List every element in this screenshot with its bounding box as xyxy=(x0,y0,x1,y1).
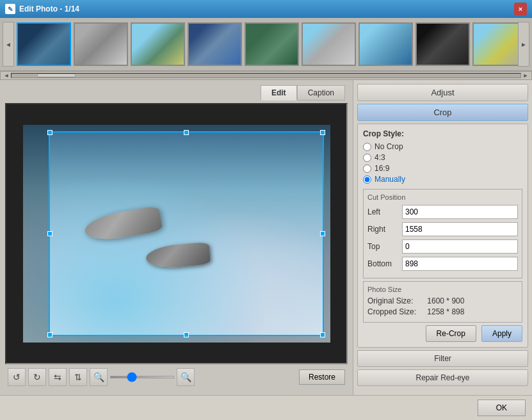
bottom-input[interactable] xyxy=(402,257,518,271)
filmstrip-thumb-4[interactable] xyxy=(188,22,242,66)
main-container: ◄ ► ◄ ► Edit Caption xyxy=(0,18,532,420)
crop-style-label: Crop Style: xyxy=(363,129,522,138)
cut-position-title: Cut Position xyxy=(367,193,518,201)
apply-button[interactable]: Apply xyxy=(481,325,522,342)
crop-handle-bm[interactable] xyxy=(184,332,189,337)
main-image xyxy=(23,125,330,343)
radio-manually[interactable]: Manually xyxy=(363,175,522,184)
bottom-field-row: Bottom xyxy=(367,257,518,271)
filmstrip-thumb-3[interactable] xyxy=(131,22,185,66)
crop-handle-ml[interactable] xyxy=(47,231,52,236)
original-size-value: 1600 * 900 xyxy=(427,296,464,305)
adjust-button[interactable]: Adjust xyxy=(357,84,528,101)
close-button[interactable]: × xyxy=(514,3,527,15)
left-field-row: Left xyxy=(367,205,518,219)
photo-size-title: Photo Size xyxy=(367,286,518,293)
zoom-out-button[interactable]: 🔍 xyxy=(90,368,108,386)
scrollbar-right-arrow[interactable]: ► xyxy=(521,72,530,79)
scrollbar-left-arrow[interactable]: ◄ xyxy=(2,72,11,79)
crop-handle-tm[interactable] xyxy=(184,130,189,135)
crop-style-group: No Crop 4:3 16:9 Manually xyxy=(363,142,522,184)
crop-section: Crop Style: No Crop 4:3 16:9 Manually xyxy=(357,124,528,348)
crop-handle-tr[interactable] xyxy=(320,130,325,135)
left-label: Left xyxy=(367,207,399,216)
scrollbar-track[interactable] xyxy=(11,73,521,78)
filmstrip-prev[interactable]: ◄ xyxy=(3,22,14,67)
flip-h-button[interactable]: ⇆ xyxy=(49,368,67,386)
tab-bar: Edit Caption xyxy=(5,85,348,101)
original-size-row: Original Size: 1600 * 900 xyxy=(367,296,518,305)
filmstrip-next[interactable]: ► xyxy=(518,22,529,67)
crop-button[interactable]: Crop xyxy=(357,104,528,121)
title-bar: ✎ Edit Photo - 1/14 × xyxy=(0,0,532,18)
cut-position-section: Cut Position Left Right Top Bottom xyxy=(363,189,522,279)
top-label: Top xyxy=(367,242,399,251)
filter-button[interactable]: Filter xyxy=(357,350,528,367)
zoom-slider[interactable] xyxy=(110,376,174,378)
crop-handle-mr[interactable] xyxy=(320,231,325,236)
crop-overlay xyxy=(49,131,324,336)
scrollbar-thumb[interactable] xyxy=(37,74,76,77)
rotate-left-button[interactable]: ↺ xyxy=(8,368,26,386)
filmstrip-thumb-2[interactable] xyxy=(74,22,128,66)
top-field-row: Top xyxy=(367,239,518,254)
tab-caption[interactable]: Caption xyxy=(297,85,345,101)
crop-handle-tl[interactable] xyxy=(47,130,52,135)
filmstrip-thumb-1[interactable] xyxy=(17,22,71,66)
cropped-size-value: 1258 * 898 xyxy=(427,307,464,316)
right-field-row: Right xyxy=(367,222,518,236)
content-area: Edit Caption xyxy=(0,80,532,395)
cropped-size-row: Cropped Size: 1258 * 898 xyxy=(367,307,518,316)
right-input[interactable] xyxy=(402,222,518,236)
top-input[interactable] xyxy=(402,239,518,254)
bottom-bar: OK xyxy=(0,395,532,420)
app-icon: ✎ xyxy=(5,4,15,14)
right-panel: Adjust Crop Crop Style: No Crop 4:3 16:9 xyxy=(353,80,532,395)
cropped-size-label: Cropped Size: xyxy=(367,307,425,316)
flip-v-button[interactable]: ⇅ xyxy=(69,368,87,386)
zoom-in-button[interactable]: 🔍 xyxy=(177,368,195,386)
crop-handle-br[interactable] xyxy=(320,332,325,337)
crop-handle-bl[interactable] xyxy=(47,332,52,337)
filmstrip-thumb-8[interactable] xyxy=(415,22,470,66)
filmstrip-thumb-9[interactable] xyxy=(472,22,518,66)
filmstrip-thumb-6[interactable] xyxy=(302,22,356,66)
radio-16-9[interactable]: 16:9 xyxy=(363,164,522,173)
left-input[interactable] xyxy=(402,205,518,219)
ok-button[interactable]: OK xyxy=(478,400,526,416)
repair-redeye-button[interactable]: Repair Red-eye xyxy=(357,369,528,386)
recrop-button[interactable]: Re-Crop xyxy=(426,325,476,342)
window-title: Edit Photo - 1/14 xyxy=(19,4,514,13)
original-size-label: Original Size: xyxy=(367,296,425,305)
bottom-label: Bottom xyxy=(367,259,399,268)
photo-size-section: Photo Size Original Size: 1600 * 900 Cro… xyxy=(363,281,522,323)
image-area xyxy=(5,103,348,364)
tab-edit[interactable]: Edit xyxy=(261,85,297,101)
restore-button[interactable]: Restore xyxy=(299,369,345,385)
crop-action-buttons: Re-Crop Apply xyxy=(363,325,522,342)
left-panel: Edit Caption xyxy=(0,80,353,395)
rotate-right-button[interactable]: ↻ xyxy=(28,368,46,386)
filmstrip-scrollbar: ◄ ► xyxy=(0,71,532,80)
filmstrip-thumb-7[interactable] xyxy=(359,22,413,66)
toolbar: ↺ ↻ ⇆ ⇅ 🔍 🔍 Restore xyxy=(5,364,348,390)
filmstrip-scroll xyxy=(14,22,518,66)
filmstrip-thumb-5[interactable] xyxy=(245,22,299,66)
filmstrip-area: ◄ ► xyxy=(0,18,532,71)
radio-no-crop[interactable]: No Crop xyxy=(363,142,522,151)
right-label: Right xyxy=(367,225,399,234)
radio-4-3[interactable]: 4:3 xyxy=(363,153,522,162)
